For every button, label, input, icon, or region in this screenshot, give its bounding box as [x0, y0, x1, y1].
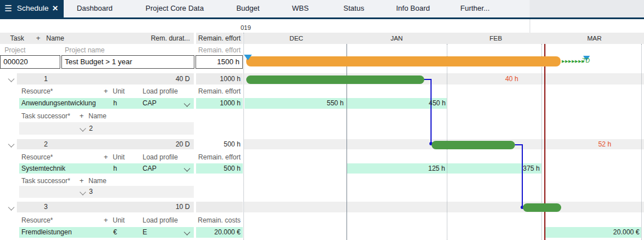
resource1-header-effort: Remain. effort: [196, 86, 241, 96]
tab-bar-bottom-border: [0, 17, 644, 19]
successor2-header-label: Task successor*: [21, 176, 70, 185]
resource2-header-unit: Unit: [113, 152, 125, 162]
project-buffer-arrows-icon: ▶▶▶▶▶▶▶: [562, 57, 585, 65]
tab-status[interactable]: Status: [344, 0, 365, 17]
tab-info-board[interactable]: Info Board: [396, 0, 430, 17]
gantt-month-feb: FEB: [490, 33, 502, 44]
successor1-value[interactable]: 2: [89, 122, 93, 135]
tab-further[interactable]: Further...: [460, 0, 490, 17]
project-name-field[interactable]: Test Budget > 1 year: [61, 55, 194, 69]
tab-project-core-data[interactable]: Project Core Data: [145, 0, 203, 17]
resource2-header-effort: Remain. effort: [196, 152, 241, 162]
resource1-effort[interactable]: 1000 h: [196, 98, 241, 109]
resource1-name[interactable]: Anwendungsentwicklung: [21, 98, 96, 109]
resource3-mar-costs: 20.000 €: [566, 227, 639, 238]
add-task-icon[interactable]: +: [36, 33, 41, 44]
hamburger-menu-icon[interactable]: ☰: [5, 0, 12, 17]
connector-task2-task3-v: [522, 144, 523, 207]
task1-bar[interactable]: [246, 75, 424, 84]
add-successor1-icon[interactable]: +: [79, 112, 84, 121]
tab-wbs[interactable]: WBS: [292, 0, 309, 17]
subheader-project: Project: [5, 46, 25, 55]
resource2-header-load-profile: Load profile: [143, 152, 178, 162]
resource1-header-load-profile: Load profile: [143, 86, 178, 96]
gantt-month-jan: JAN: [390, 33, 403, 44]
resource3-header-load-profile: Load profile: [143, 215, 178, 225]
resource3-load-profile[interactable]: E: [143, 227, 147, 238]
resource2-feb-effort: 375 h: [478, 163, 540, 174]
resource1-header-label: Resource*: [21, 86, 53, 96]
resource3-header-unit: Unit: [113, 215, 125, 225]
add-resource2-icon[interactable]: +: [104, 152, 108, 162]
resource1-jan-effort: 450 h: [384, 98, 446, 109]
resource1-header-unit: Unit: [113, 86, 125, 96]
schedule-gantt-view: ☰ Schedule × Dashboard Project Core Data…: [0, 0, 644, 240]
gantt-gridline-right: [641, 44, 642, 240]
tab-budget[interactable]: Budget: [236, 0, 259, 17]
collapse-task3-icon[interactable]: [8, 204, 14, 210]
subheader-project-name: Project name: [65, 46, 105, 55]
col-header-effort[interactable]: Remain. effort: [196, 33, 241, 44]
add-resource1-icon[interactable]: +: [104, 86, 108, 96]
project-effort-field[interactable]: 1500 h: [196, 55, 243, 69]
resource2-jan-effort: 125 h: [383, 163, 445, 174]
gantt-month-dec: DEC: [290, 33, 303, 44]
col-header-duration[interactable]: Rem. durat...: [130, 33, 190, 44]
gantt-month-header: [244, 33, 644, 44]
task2-bar[interactable]: [432, 141, 515, 149]
task3-bar[interactable]: [523, 203, 561, 212]
collapse-task2-icon[interactable]: [8, 141, 14, 147]
resource3-name[interactable]: Fremdleistungen: [21, 227, 72, 238]
task2-duration: 20 D: [130, 139, 190, 149]
tab-dashboard[interactable]: Dashboard: [77, 0, 113, 17]
col-header-name[interactable]: Name: [46, 33, 64, 44]
connector-task1-task2-v: [430, 79, 432, 144]
gantt-month-mar: MAR: [587, 33, 602, 44]
resource1-load-profile[interactable]: CAP: [143, 98, 157, 109]
collapse-task1-icon[interactable]: [8, 75, 14, 82]
close-tab-icon[interactable]: ×: [52, 0, 58, 17]
successor1-header-label: Task successor*: [21, 112, 70, 121]
task1-effort: 1000 h: [196, 73, 241, 85]
task2-effort: 500 h: [196, 139, 241, 149]
tab-bar-right-area: [530, 0, 644, 17]
task2-number: 2: [44, 139, 48, 149]
resource1-dec-effort: 550 h: [282, 98, 344, 109]
task3-effort-cell[interactable]: [196, 202, 243, 212]
task3-number: 3: [44, 202, 48, 212]
subheader-effort: Remain. effort: [196, 46, 241, 55]
resource2-unit: h: [113, 163, 117, 174]
gantt-task3-band: [244, 202, 644, 212]
successor2-value[interactable]: 3: [89, 186, 93, 198]
col-header-task[interactable]: Task: [10, 33, 24, 44]
resource3-header-costs: Remain. costs: [196, 215, 241, 225]
resource2-header-label: Resource*: [21, 152, 53, 162]
successor1-row-band[interactable]: [19, 122, 194, 135]
gantt-year-label: 019: [241, 24, 251, 32]
pane-divider: [530, 19, 530, 33]
resource2-effort[interactable]: 500 h: [196, 163, 241, 174]
successor1-header-name: Name: [88, 112, 106, 121]
resource1-unit: h: [113, 98, 117, 109]
project-summary-bar[interactable]: [246, 56, 561, 66]
project-start-marker-icon[interactable]: [244, 55, 252, 60]
project-id-field[interactable]: 000020: [0, 55, 60, 69]
task1-number: 1: [44, 73, 48, 85]
successor2-row-band[interactable]: [19, 186, 194, 198]
resource2-name[interactable]: Systemtechnik: [21, 163, 65, 174]
project-buffer-label: 7D: [582, 56, 590, 64]
task1-overload-label: 40 h: [479, 73, 518, 85]
add-successor2-icon[interactable]: +: [79, 176, 84, 185]
resource3-unit: €: [113, 227, 117, 238]
resource2-load-profile[interactable]: CAP: [143, 163, 157, 174]
active-tab-label: Schedule: [17, 0, 48, 17]
add-resource3-icon[interactable]: +: [104, 215, 108, 225]
resource3-header-label: Resource*: [21, 215, 53, 225]
task3-duration: 10 D: [130, 202, 190, 212]
resource3-costs[interactable]: 20.000 €: [196, 227, 241, 238]
successor2-header-name: Name: [88, 176, 106, 185]
task1-duration: 40 D: [130, 73, 190, 85]
table-gantt-splitter[interactable]: [243, 33, 244, 240]
gantt-gridline-jan: [347, 44, 347, 240]
task2-overload-label: 52 h: [572, 139, 611, 149]
